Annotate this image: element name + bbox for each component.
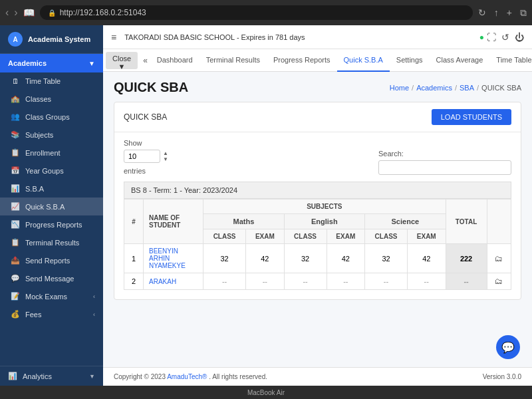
row1-science-exam: 42 — [407, 244, 446, 273]
tab-quick-sba[interactable]: Quick S.B.A — [337, 49, 390, 72]
book-icon: 📚 — [11, 130, 20, 139]
tab-settings[interactable]: Settings — [390, 49, 430, 72]
sidebar-academics-btn[interactable]: Academics ▼ — [0, 54, 103, 72]
page-content: QUICK SBA Home / Academics / SBA / QUICK… — [103, 72, 532, 367]
tab-terminal-results[interactable]: Terminal Results — [200, 49, 267, 72]
sidebar-item-fees[interactable]: 💰 Fees ‹ — [0, 305, 103, 323]
new-tab-button[interactable]: + — [507, 7, 512, 19]
breadcrumb-home[interactable]: Home — [390, 84, 409, 92]
search-input[interactable] — [378, 160, 511, 175]
tab-dashboard[interactable]: Dashboard — [150, 49, 200, 72]
chat-bubble[interactable]: 💬 — [496, 335, 520, 359]
load-students-button[interactable]: LOAD STUDENTS — [432, 109, 511, 125]
tab-time-table[interactable]: Time Table — [489, 49, 532, 72]
message-icon: 💬 — [11, 274, 20, 283]
breadcrumb-sba[interactable]: SBA — [460, 84, 474, 92]
sidebar-item-send-message[interactable]: 💬 Send Message — [0, 269, 103, 287]
forward-button[interactable]: › — [14, 7, 17, 19]
table-group-header: BS 8 - Term: 1 - Year: 2023/2024 — [124, 182, 511, 199]
analytics-icon: 📊 — [8, 372, 17, 380]
edit-icon[interactable]: 🗂 — [495, 277, 503, 286]
power-button[interactable]: ⏻ — [515, 32, 524, 43]
table-row: 2 ARAKAH -- -- -- -- -- -- -- 🗂 — [124, 273, 511, 290]
breadcrumb-sep-3: / — [477, 84, 479, 92]
sidebar-item-subjects[interactable]: 📚 Subjects — [0, 126, 103, 144]
col-name: NAME OFSTUDENT — [144, 200, 203, 244]
close-tab-button[interactable]: Close ▼ — [106, 52, 138, 69]
tab-left-arrow[interactable]: « — [140, 56, 150, 65]
up-arrow-icon: ▲ — [163, 150, 168, 156]
sidebar-header: A Academia System — [0, 25, 103, 54]
col-subjects: SUBJECTS — [203, 200, 446, 214]
edit-icon[interactable]: 🗂 — [495, 254, 503, 263]
app-container: A Academia System Academics ▼ 🗓 Time Tab… — [0, 25, 532, 386]
fullscreen-button[interactable]: ⛶ — [487, 32, 496, 43]
sidebar-item-send-reports[interactable]: 📤 Send Reports — [0, 251, 103, 269]
sidebar-item-year-groups[interactable]: 📅 Year Goups — [0, 162, 103, 180]
sidebar-label-class-groups: Class Groups — [25, 113, 70, 121]
browser-chrome: ‹ › 📖 🔒 http://192.168.0.2:51043 ↻ ↑ + ⧉ — [0, 0, 532, 25]
address-bar[interactable]: 🔒 http://192.168.0.2:51043 — [40, 5, 473, 20]
sidebar-item-enrollment[interactable]: 📋 Enrollment — [0, 144, 103, 162]
sidebar-label-enrollment: Enrollment — [25, 149, 61, 157]
sidebar-item-terminal-results[interactable]: 📋 Terminal Results — [0, 233, 103, 251]
clipboard-icon: 📋 — [11, 148, 20, 157]
sidebar-analytics[interactable]: 📊 Analytics ▼ — [0, 366, 103, 386]
col-maths-exam: EXAM — [246, 229, 285, 244]
trending-icon: 📈 — [11, 202, 20, 211]
breadcrumb-academics[interactable]: Academics — [416, 84, 452, 92]
card-title: QUICK SBA — [124, 112, 167, 122]
sidebar-item-class-groups[interactable]: 👥 Class Groups — [0, 108, 103, 126]
sidebar-item-sba[interactable]: 📊 S.B.A — [0, 180, 103, 198]
version-text: Version 3.0.0 — [483, 373, 521, 380]
row1-name[interactable]: BEENYINARHINNYAMEKYE — [144, 244, 203, 273]
show-control: Show ▲ ▼ entries — [124, 139, 168, 175]
row1-action[interactable]: 🗂 — [487, 244, 511, 273]
tab-progress-reports[interactable]: Progress Reports — [267, 49, 337, 72]
sidebar-title: Academia System — [28, 35, 90, 43]
sidebar-label-time-table: Time Table — [25, 77, 61, 85]
page-header: QUICK SBA Home / Academics / SBA / QUICK… — [114, 80, 521, 95]
quick-sba-card: QUICK SBA LOAD STUDENTS Show ▲ ▼ — [114, 102, 521, 300]
table-container: BS 8 - Term: 1 - Year: 2023/2024 # NAME … — [114, 182, 521, 299]
topbar: ≡ TAKORADI SDA BASIC SCHOOL - Expires in… — [103, 25, 532, 49]
col-hash: # — [124, 200, 144, 244]
refresh-button[interactable]: ↺ — [501, 32, 509, 43]
sidebar-label-analytics: Analytics — [23, 372, 52, 380]
footer-company-link[interactable]: AmaduTech® — [167, 373, 207, 380]
show-label: Show — [124, 139, 168, 147]
row1-maths-class: 32 — [203, 244, 246, 273]
refresh-button[interactable]: ↻ — [478, 7, 486, 19]
sidebar-item-progress-reports[interactable]: 📉 Progress Reports — [0, 215, 103, 233]
sidebar-item-time-table[interactable]: 🗓 Time Table — [0, 72, 103, 90]
hamburger-icon[interactable]: ≡ — [111, 32, 116, 43]
row2-name[interactable]: ARAKAH — [144, 273, 203, 290]
sidebar-item-mock-exams[interactable]: 📝 Mock Exams ‹ — [0, 287, 103, 305]
footer-copyright: Copyright © 2023 AmaduTech® . All rights… — [114, 373, 267, 380]
tab-class-average[interactable]: Class Average — [430, 49, 490, 72]
breadcrumb-sep-2: / — [455, 84, 457, 92]
share-button[interactable]: ↑ — [494, 7, 499, 19]
calendar-icon: 🗓 — [11, 77, 20, 85]
bottom-bar: MacBook Air — [0, 386, 532, 399]
nav-tabs: Close ▼ « Dashboard Terminal Results Pro… — [103, 49, 532, 72]
back-button[interactable]: ‹ — [5, 7, 9, 19]
show-input[interactable] — [124, 150, 160, 163]
lock-icon: 🔒 — [48, 9, 56, 17]
show-arrows[interactable]: ▲ ▼ — [163, 150, 168, 162]
sidebar-label-fees: Fees — [25, 311, 41, 319]
group-icon: 👥 — [11, 112, 20, 121]
sidebar-item-classes[interactable]: 🏫 Classes — [0, 90, 103, 108]
tabs-overview-button[interactable]: ⧉ — [520, 7, 527, 19]
col-action — [487, 200, 511, 244]
breadcrumb: Home / Academics / SBA / QUICK SBA — [390, 84, 521, 92]
sidebar-spacer — [0, 323, 103, 366]
row2-action[interactable]: 🗂 — [487, 273, 511, 290]
row2-english-exam: -- — [327, 273, 365, 290]
sidebar-academics-label: Academics — [8, 59, 47, 67]
footer-copyright-text: Copyright © 2023 — [114, 373, 167, 380]
col-science-class: CLASS — [365, 229, 408, 244]
sidebar-label-year-groups: Year Goups — [25, 167, 64, 175]
breadcrumb-current: QUICK SBA — [481, 84, 521, 92]
sidebar-item-quick-sba[interactable]: 📈 Quick S.B.A — [0, 198, 103, 215]
